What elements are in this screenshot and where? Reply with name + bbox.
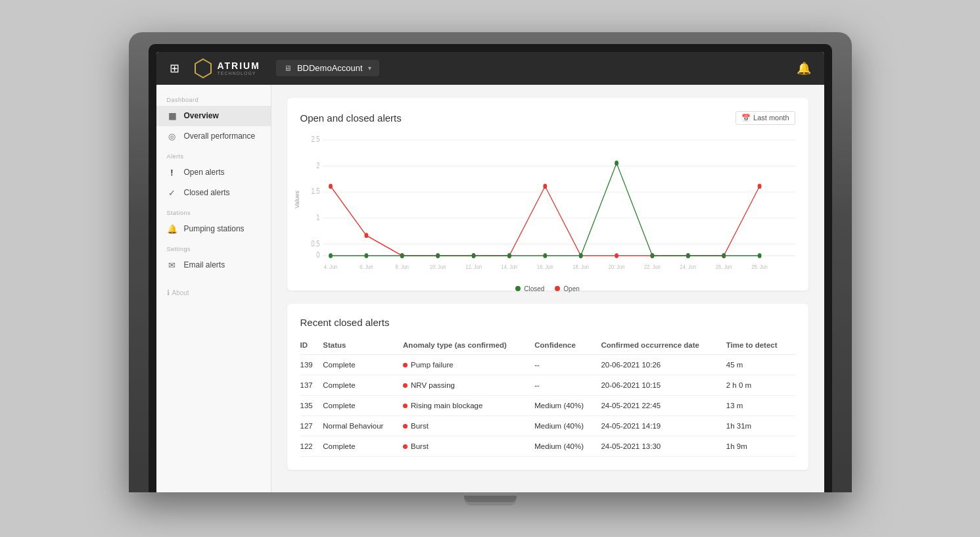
svg-point-42 [436,253,440,258]
cell-date: 20-06-2021 10:26 [601,354,726,375]
cell-time: 2 h 0 m [726,375,795,395]
svg-text:0: 0 [316,250,319,260]
sidebar-item-overview-label: Overview [184,111,219,120]
logo-hex-icon [193,58,214,79]
notifications-bell-icon[interactable]: 🔔 [797,61,811,76]
svg-text:28. Jun: 28. Jun [751,262,768,269]
svg-text:2.5: 2.5 [311,135,319,144]
cell-time: 1h 9m [726,436,795,456]
pumping-icon: 🔔 [167,224,177,234]
sidebar-section-settings: Settings [156,239,271,255]
sidebar-item-email-label: Email alerts [184,260,225,269]
filter-label: Last month [753,114,789,122]
anomaly-dot [403,383,408,388]
sidebar-item-overview[interactable]: ▦ Overview [156,106,271,126]
cell-status: Complete [323,375,403,395]
sidebar-item-closed-alerts-label: Closed alerts [184,188,230,197]
svg-text:18. Jun: 18. Jun [572,262,589,269]
overview-icon: ▦ [167,111,177,121]
svg-text:10. Jun: 10. Jun [429,262,446,269]
svg-text:6. Jun: 6. Jun [360,262,373,269]
svg-point-26 [329,183,333,189]
table-row[interactable]: 127 Normal Behaviour Burst Medium (40%) … [300,415,795,436]
cell-status: Complete [323,436,403,456]
sidebar-section-alerts: Alerts [156,147,271,162]
cell-confidence: Medium (40%) [534,395,601,415]
y-axis-label: Values [294,191,300,208]
svg-point-49 [686,253,689,258]
about-link[interactable]: ℹ About [156,275,271,301]
table-row[interactable]: 137 Complete NRV passing -- 20-06-2021 1… [300,375,795,395]
cell-anomaly: NRV passing [403,375,534,395]
sidebar-section-stations: Stations [156,203,271,219]
cell-time: 13 m [726,395,795,415]
sidebar-item-performance-label: Overall performance [184,131,256,141]
col-anomaly: Anomaly type (as confirmed) [403,337,534,355]
svg-point-41 [400,253,404,258]
closed-legend-label: Closed [524,285,544,292]
cell-id: 127 [300,415,323,436]
svg-text:8. Jun: 8. Jun [395,262,409,269]
cell-id: 122 [300,436,323,456]
svg-text:22. Jun: 22. Jun [644,262,661,269]
table-row[interactable]: 139 Complete Pump failure -- 20-06-2021 … [300,354,795,375]
svg-point-38 [757,183,761,189]
svg-point-39 [329,253,333,258]
svg-text:0.5: 0.5 [311,239,319,248]
svg-text:20. Jun: 20. Jun [608,262,624,269]
cell-status: Complete [323,395,403,415]
sidebar: Dashboard ▦ Overview ◎ Overall performan… [156,85,271,492]
cell-date: 24-05-2021 14:19 [601,415,726,436]
app-name: ATRIUM [218,60,260,71]
sidebar-item-pumping-stations[interactable]: 🔔 Pumping stations [156,219,271,239]
sidebar-item-pumping-label: Pumping stations [184,224,245,233]
cell-status: Complete [323,354,403,375]
svg-point-46 [578,253,582,258]
cell-confidence: Medium (40%) [534,415,601,436]
account-name: BDDemoAccount [297,63,363,73]
svg-point-43 [471,253,475,258]
svg-text:16. Jun: 16. Jun [536,262,553,269]
legend-closed: Closed [515,285,544,292]
closed-legend-dot [515,286,521,291]
chart-title: Open and closed alerts [300,112,402,124]
alerts-table: ID Status Anomaly type (as confirmed) Co… [300,337,795,457]
col-time: Time to detect [726,337,795,355]
info-icon: ℹ [167,289,170,297]
account-selector[interactable]: 🖥 BDDemoAccount ▾ [276,60,379,76]
table-row[interactable]: 135 Complete Rising main blockage Medium… [300,395,795,415]
sidebar-item-closed-alerts[interactable]: ✓ Closed alerts [156,183,271,203]
svg-point-40 [364,253,368,258]
sidebar-item-overall-performance[interactable]: ◎ Overall performance [156,126,271,147]
filter-button[interactable]: 📅 Last month [735,111,795,125]
svg-text:12. Jun: 12. Jun [465,262,482,269]
cell-date: 20-06-2021 10:15 [601,375,726,395]
svg-point-51 [757,253,761,258]
cell-anomaly: Burst [403,415,534,436]
svg-point-47 [615,160,618,166]
svg-point-44 [507,253,511,258]
chevron-down-icon: ▾ [368,64,371,72]
grid-icon[interactable]: ⊞ [170,61,179,76]
sidebar-section-dashboard: Dashboard [156,90,271,106]
sidebar-item-open-alerts[interactable]: ! Open alerts [156,162,271,183]
sidebar-item-email-alerts[interactable]: ✉ Email alerts [156,255,271,275]
recent-alerts-title: Recent closed alerts [300,317,795,328]
cell-confidence: -- [534,354,601,375]
table-row[interactable]: 122 Complete Burst Medium (40%) 24-05-20… [300,436,795,456]
svg-text:14. Jun: 14. Jun [501,262,517,269]
app-subtitle: TECHNOLOGY [218,71,260,76]
performance-icon: ◎ [167,131,177,141]
svg-point-48 [650,253,654,258]
about-label: About [172,289,189,296]
open-alerts-icon: ! [167,168,177,177]
cell-id: 139 [300,354,323,375]
cell-id: 137 [300,375,323,395]
calendar-icon: 📅 [741,114,751,122]
anomaly-dot [403,444,408,449]
recent-alerts-card: Recent closed alerts ID Status Anomaly t… [287,304,808,470]
cell-date: 24-05-2021 13:30 [601,436,726,456]
cell-status: Normal Behaviour [323,415,403,436]
cell-id: 135 [300,395,323,415]
topbar: ⊞ ATRIUM TECHNOLOGY 🖥 B [156,52,824,85]
